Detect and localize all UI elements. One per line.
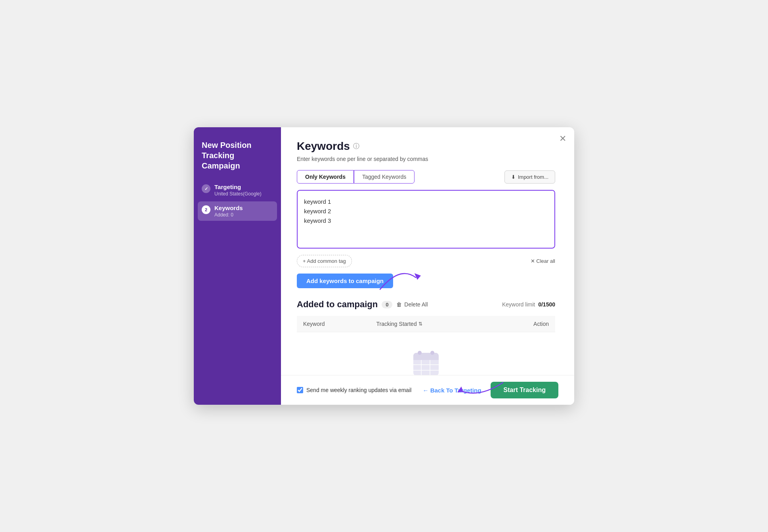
- step-indicator-keywords: 2: [202, 205, 210, 214]
- tab-tagged-keywords[interactable]: Tagged Keywords: [354, 170, 415, 184]
- svg-rect-3: [413, 357, 439, 360]
- col-tracking: Tracking Started ⇅: [370, 316, 495, 332]
- close-button[interactable]: ✕: [559, 134, 566, 144]
- keyword-limit-label: Keyword limit: [502, 301, 535, 308]
- start-tracking-container: Start Tracking: [491, 382, 558, 398]
- svg-marker-0: [413, 273, 421, 280]
- keyword-limit-group: Keyword limit 0/1500: [502, 301, 555, 308]
- step-label-targeting: Targeting: [214, 184, 262, 190]
- empty-state: [297, 332, 555, 375]
- add-keywords-button[interactable]: Add keywords to campaign: [297, 274, 393, 288]
- subtitle: Enter keywords one per line or separated…: [297, 156, 555, 162]
- sort-icon[interactable]: ⇅: [418, 321, 422, 327]
- sidebar-step-targeting[interactable]: ✓ Targeting United States(Google): [202, 184, 273, 197]
- empty-state-cell: [297, 332, 555, 375]
- step-label-keywords: Keywords: [214, 205, 243, 211]
- sidebar: New Position Tracking Campaign ✓ Targeti…: [194, 127, 281, 405]
- col-action: Action: [495, 316, 555, 332]
- email-checkbox[interactable]: [297, 387, 303, 393]
- back-button[interactable]: ← Back To Targeting: [423, 387, 481, 394]
- tabs-group: Only Keywords Tagged Keywords: [297, 170, 415, 184]
- import-icon: ⬇: [511, 174, 516, 180]
- sidebar-steps: ✓ Targeting United States(Google) 2 Keyw…: [202, 184, 273, 218]
- content-scroll: Keywords ⓘ Enter keywords one per line o…: [281, 127, 574, 375]
- keyword-textarea-wrapper: keyword 1 keyword 2 keyword 3: [297, 190, 555, 249]
- page-title: Keywords: [297, 140, 350, 153]
- email-label: Send me weekly ranking updates via email: [306, 387, 411, 393]
- step-sub-targeting: United States(Google): [214, 191, 262, 197]
- added-title-group: Added to campaign 0 🗑 Delete All: [297, 299, 428, 310]
- footer-right: ← Back To Targeting Start Tracking: [423, 382, 559, 398]
- added-section-title: Added to campaign: [297, 299, 378, 310]
- keyword-textarea[interactable]: keyword 1 keyword 2 keyword 3: [298, 191, 554, 246]
- keyword-limit-value: 0/1500: [538, 301, 555, 308]
- actions-row: + Add common tag ✕ Clear all: [297, 255, 555, 267]
- step-text-keywords: Keywords Added: 0: [214, 205, 243, 218]
- main-content: ✕ Keywords ⓘ Enter keywords one per line…: [281, 127, 574, 405]
- tab-only-keywords[interactable]: Only Keywords: [297, 170, 354, 184]
- empty-state-row: [297, 332, 555, 375]
- keywords-table: Keyword Tracking Started ⇅ Action: [297, 316, 555, 375]
- delete-all-button[interactable]: 🗑 Delete All: [396, 301, 428, 308]
- modal-wrapper: New Position Tracking Campaign ✓ Targeti…: [194, 127, 574, 405]
- trash-icon: 🗑: [396, 301, 402, 308]
- tabs-row: Only Keywords Tagged Keywords ⬇ Import f…: [297, 170, 555, 184]
- sidebar-step-keywords[interactable]: 2 Keywords Added: 0: [198, 201, 277, 221]
- added-section-header: Added to campaign 0 🗑 Delete All Keyword…: [297, 299, 555, 310]
- step-text-targeting: Targeting United States(Google): [214, 184, 262, 197]
- clear-all-button[interactable]: ✕ Clear all: [531, 258, 555, 264]
- table-body: [297, 332, 555, 375]
- svg-point-9: [430, 351, 434, 355]
- added-count-badge: 0: [382, 301, 392, 308]
- info-icon[interactable]: ⓘ: [353, 142, 359, 151]
- start-tracking-button[interactable]: Start Tracking: [491, 382, 558, 398]
- footer: Send me weekly ranking updates via email…: [281, 375, 574, 405]
- delete-all-label: Delete All: [404, 301, 428, 308]
- col-keyword: Keyword: [297, 316, 370, 332]
- add-tag-button[interactable]: + Add common tag: [297, 255, 352, 267]
- table-head: Keyword Tracking Started ⇅ Action: [297, 316, 555, 332]
- svg-point-8: [418, 351, 422, 355]
- add-keywords-container: Add keywords to campaign: [297, 274, 393, 288]
- import-label: Import from...: [518, 174, 548, 180]
- sidebar-title: New Position Tracking Campaign: [202, 140, 273, 171]
- import-button[interactable]: ⬇ Import from...: [504, 170, 555, 184]
- step-sub-keywords: Added: 0: [214, 212, 243, 218]
- footer-left: Send me weekly ranking updates via email: [297, 387, 411, 393]
- step-indicator-targeting: ✓: [202, 184, 210, 193]
- empty-state-icon: [410, 348, 442, 375]
- page-title-row: Keywords ⓘ: [297, 140, 555, 153]
